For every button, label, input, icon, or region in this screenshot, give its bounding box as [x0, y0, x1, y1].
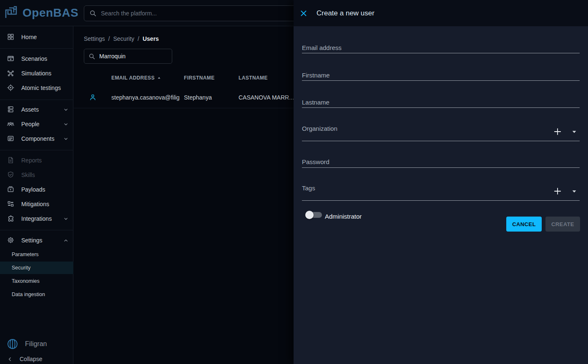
sidebar-subitem-taxonomies[interactable]: Taxonomies — [0, 275, 73, 287]
breadcrumb-separator: / — [108, 35, 110, 42]
administrator-label: Administrator — [325, 213, 362, 220]
sidebar-item-label: Simulations — [21, 70, 51, 77]
sidebar-subitem-parameters[interactable]: Parameters — [0, 248, 73, 261]
dropdown-arrow-icon[interactable] — [570, 127, 579, 136]
sidebar-item-label: Atomic testings — [21, 85, 61, 91]
sidebar-item-label: Reports — [21, 157, 42, 164]
chevron-down-icon[interactable] — [63, 121, 69, 127]
sidebar-subitem-data-ingestion[interactable]: Data ingestion — [0, 288, 73, 301]
create-button[interactable]: CREATE — [545, 217, 580, 232]
sidebar-item-label: Mitigations — [21, 201, 49, 207]
sort-asc-icon — [156, 75, 162, 81]
openbas-app: OpenBAS Home Scenarios S — [0, 0, 588, 364]
sidebar-item-label: Payloads — [21, 186, 45, 193]
organization-field-underline — [302, 141, 580, 141]
sidebar-divider — [0, 100, 73, 100]
tags-field-actions — [553, 187, 579, 196]
filigran-logo-icon — [7, 338, 18, 350]
openbas-logo[interactable]: OpenBAS — [3, 3, 78, 22]
sidebar-item-mitigations[interactable]: Mitigations — [0, 197, 73, 211]
breadcrumb-separator: / — [138, 35, 139, 42]
shield-check-icon — [7, 171, 15, 179]
puzzle-icon — [7, 214, 15, 222]
servers-icon — [7, 105, 15, 113]
add-icon[interactable] — [553, 187, 562, 196]
sidebar-divider — [0, 150, 73, 150]
sidebar-divider — [0, 230, 73, 230]
sidebar-item-skills: Skills — [0, 167, 73, 182]
platform-search-input[interactable] — [101, 10, 295, 17]
toggle-thumb — [305, 211, 314, 219]
sidebar-item-label: Home — [21, 34, 37, 40]
tags-field[interactable]: Tags — [302, 184, 315, 192]
administrator-toggle[interactable] — [308, 212, 322, 218]
chevron-left-icon — [7, 356, 13, 362]
organization-field[interactable]: Organization — [302, 125, 337, 132]
sidebar-item-components[interactable]: Components — [0, 131, 73, 146]
cell-firstname: Stephanya — [184, 94, 212, 101]
column-header-firstname[interactable]: FIRSTNAME — [184, 74, 215, 82]
sidebar-item-people[interactable]: People — [0, 117, 73, 131]
hub-icon — [7, 69, 15, 77]
sidebar-item-payloads[interactable]: Payloads — [0, 182, 73, 197]
chevron-down-icon[interactable] — [63, 106, 69, 113]
column-header-email[interactable]: EMAIL ADDRESS — [111, 74, 162, 82]
cell-email: stephanya.casanova@filig... — [111, 94, 180, 101]
movie-icon — [7, 55, 15, 62]
breadcrumb: Settings / Security / Users — [84, 35, 159, 42]
sidebar-item-home[interactable]: Home — [0, 30, 73, 44]
openbas-logo-icon — [3, 4, 21, 22]
email-field[interactable]: Email address — [302, 44, 342, 51]
collapse-label: Collapse — [20, 356, 42, 362]
chevron-down-icon[interactable] — [63, 215, 69, 222]
sidebar-divider — [0, 48, 73, 49]
feed-icon — [7, 200, 15, 208]
sidebar-item-label: Settings — [21, 237, 43, 244]
add-icon[interactable] — [553, 127, 562, 136]
sidebar-item-atomic-testings[interactable]: Atomic testings — [0, 80, 73, 95]
breadcrumb-settings[interactable]: Settings — [84, 35, 105, 42]
sidebar-item-reports: Reports — [0, 153, 73, 167]
filigran-link[interactable]: Filigran — [0, 337, 73, 352]
sidebar-item-label: Scenarios — [21, 55, 47, 62]
password-field[interactable]: Password — [302, 158, 329, 165]
close-icon[interactable] — [299, 9, 308, 17]
sidebar-item-label: People — [21, 121, 40, 127]
firstname-field-underline — [302, 80, 580, 81]
gear-icon — [7, 236, 15, 244]
firstname-field[interactable]: Firstname — [302, 72, 330, 79]
collapse-button[interactable]: Collapse — [0, 352, 73, 364]
column-header-lastname[interactable]: LASTNAME — [239, 74, 268, 82]
sidebar-subitem-security[interactable]: Security — [0, 262, 73, 274]
breadcrumb-users: Users — [143, 35, 159, 42]
sidebar-item-label: Components — [21, 135, 54, 142]
breadcrumb-security[interactable]: Security — [113, 35, 134, 42]
payload-icon — [7, 185, 15, 193]
sidebar-item-integrations[interactable]: Integrations — [0, 211, 73, 226]
organization-field-actions — [553, 127, 579, 136]
lastname-field[interactable]: Lastname — [302, 99, 329, 106]
platform-search[interactable] — [84, 5, 301, 21]
subitem-label: Taxonomies — [12, 278, 40, 284]
sidebar-item-simulations[interactable]: Simulations — [0, 66, 73, 80]
lastname-field-underline — [302, 107, 580, 108]
sidebar-item-label: Integrations — [21, 215, 52, 222]
users-search[interactable] — [84, 49, 172, 64]
chevron-up-icon[interactable] — [63, 237, 69, 244]
sidebar: Home Scenarios Simulations Atomic testin… — [0, 26, 73, 364]
sidebar-item-assets[interactable]: Assets — [0, 102, 73, 117]
sidebar-item-scenarios[interactable]: Scenarios — [0, 51, 73, 66]
drawer-header: Create a new user — [294, 0, 588, 26]
subitem-label: Parameters — [12, 252, 39, 257]
filigran-label: Filigran — [25, 340, 47, 348]
search-icon — [88, 53, 95, 60]
subitem-label: Data ingestion — [12, 292, 45, 297]
cancel-button[interactable]: CANCEL — [506, 217, 542, 232]
drawer-title: Create a new user — [317, 9, 374, 17]
dropdown-arrow-icon[interactable] — [570, 187, 579, 196]
sidebar-item-settings[interactable]: Settings — [0, 233, 73, 247]
search-icon — [89, 10, 97, 17]
users-search-input[interactable] — [99, 53, 168, 60]
chevron-down-icon[interactable] — [63, 135, 69, 142]
email-field-underline — [302, 53, 580, 53]
